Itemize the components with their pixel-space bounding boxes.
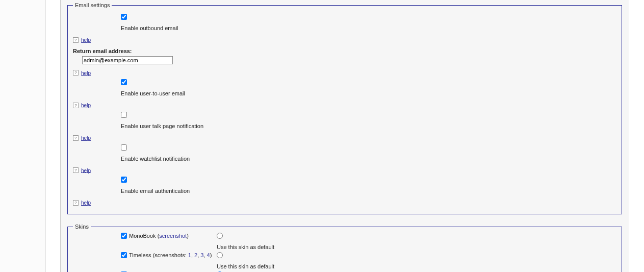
watchlist-notification-checkbox[interactable] bbox=[121, 144, 127, 151]
help-link[interactable]: help bbox=[81, 200, 91, 206]
return-email-input[interactable] bbox=[82, 56, 173, 64]
skin-name-text: MonoBook bbox=[129, 233, 156, 239]
email-authentication-label: Enable email authentication bbox=[121, 188, 616, 194]
skins-legend: Skins bbox=[73, 224, 91, 230]
screenshots-prefix: screenshots: bbox=[154, 252, 188, 258]
return-email-option: Return email address: ? help bbox=[73, 48, 616, 76]
skin-enable-checkbox-monobook[interactable] bbox=[121, 233, 127, 239]
talk-notification-option: Enable user talk page notification ? hel… bbox=[73, 111, 616, 141]
screenshot-link-1[interactable]: 1 bbox=[188, 252, 191, 258]
skin-row-monobook: MonoBook (screenshot) Use this skin as d… bbox=[73, 233, 616, 250]
outbound-email-option: Enable outbound email ? help bbox=[73, 13, 616, 43]
help-row: ? help bbox=[73, 69, 616, 76]
help-row: ? help bbox=[73, 134, 616, 141]
outbound-email-checkbox[interactable] bbox=[121, 14, 127, 20]
help-link[interactable]: help bbox=[81, 70, 91, 76]
watchlist-notification-label: Enable watchlist notification bbox=[121, 156, 616, 162]
content-panel: Email settings Enable outbound email ? h… bbox=[60, 0, 629, 272]
user-to-user-email-label: Enable user-to-user email bbox=[121, 90, 616, 96]
help-row: ? help bbox=[73, 36, 616, 43]
skin-name-label: MonoBook (screenshot) bbox=[129, 233, 189, 239]
email-authentication-option: Enable email authentication ? help bbox=[73, 176, 616, 206]
screenshot-link-4[interactable]: 4 bbox=[207, 252, 210, 258]
help-link[interactable]: help bbox=[81, 103, 91, 108]
email-settings-fieldset: Email settings Enable outbound email ? h… bbox=[67, 2, 622, 214]
email-authentication-checkbox[interactable] bbox=[121, 177, 127, 183]
talk-notification-label: Enable user talk page notification bbox=[121, 123, 616, 129]
help-row: ? help bbox=[73, 102, 616, 108]
help-row: ? help bbox=[73, 167, 616, 174]
skin-default-radio-monobook[interactable] bbox=[217, 233, 223, 239]
skin-default-label: Use this skin as default bbox=[217, 244, 274, 250]
screenshot-link-3[interactable]: 3 bbox=[200, 252, 203, 258]
help-link[interactable]: help bbox=[81, 37, 91, 43]
help-icon: ? bbox=[73, 103, 79, 108]
skin-default-radio-timeless[interactable] bbox=[217, 252, 223, 258]
return-email-label: Return email address: bbox=[73, 48, 616, 54]
screenshot-link[interactable]: screenshot bbox=[159, 233, 187, 239]
skin-name-label: Timeless (screenshots: 1, 2, 3, 4) bbox=[129, 252, 212, 258]
user-to-user-email-checkbox[interactable] bbox=[121, 79, 127, 85]
sidebar-region bbox=[0, 0, 45, 272]
email-settings-legend: Email settings bbox=[73, 2, 112, 8]
talk-notification-checkbox[interactable] bbox=[121, 112, 127, 118]
help-link[interactable]: help bbox=[81, 135, 91, 141]
user-to-user-email-option: Enable user-to-user email ? help bbox=[73, 79, 616, 108]
help-row: ? help bbox=[73, 199, 616, 206]
skin-default-label: Use this skin as default bbox=[217, 263, 274, 269]
watchlist-notification-option: Enable watchlist notification ? help bbox=[73, 144, 616, 174]
screenshot-link-2[interactable]: 2 bbox=[194, 252, 197, 258]
help-link[interactable]: help bbox=[81, 167, 91, 173]
help-icon: ? bbox=[73, 70, 79, 76]
skins-fieldset: Skins MonoBook (screenshot) Use this ski… bbox=[67, 224, 622, 272]
skin-name-text: Timeless bbox=[129, 252, 151, 258]
help-icon: ? bbox=[73, 135, 79, 141]
skin-row-timeless: Timeless (screenshots: 1, 2, 3, 4) Use t… bbox=[73, 252, 616, 269]
outbound-email-label: Enable outbound email bbox=[121, 25, 616, 31]
skin-enable-checkbox-timeless[interactable] bbox=[121, 252, 127, 258]
help-icon: ? bbox=[73, 167, 79, 173]
help-icon: ? bbox=[73, 37, 79, 43]
help-icon: ? bbox=[73, 200, 79, 206]
